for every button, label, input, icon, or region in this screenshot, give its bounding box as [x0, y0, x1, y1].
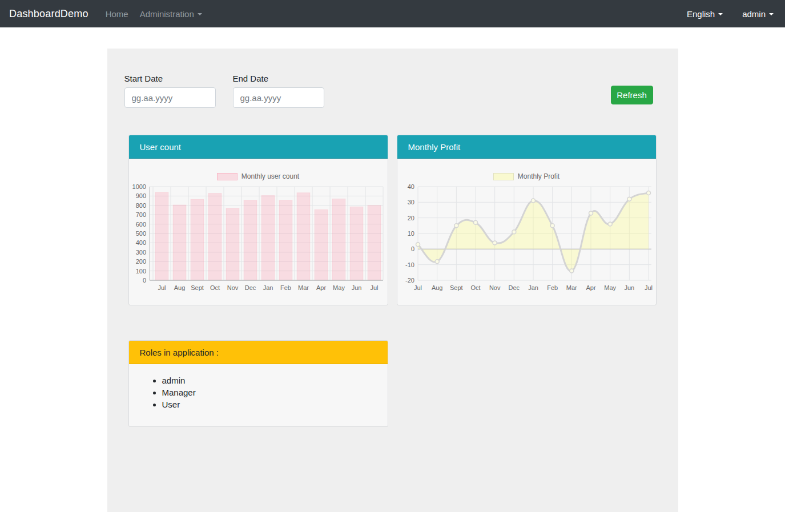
user-label: admin: [742, 9, 766, 19]
roles-panel-header: Roles in application :: [129, 341, 388, 364]
roles-panel: Roles in application : admin Manager Use…: [128, 340, 388, 427]
svg-text:200: 200: [135, 258, 146, 265]
end-date-input[interactable]: [233, 87, 324, 108]
svg-text:100: 100: [135, 268, 146, 275]
svg-text:500: 500: [135, 230, 146, 237]
svg-text:Jul: Jul: [370, 284, 378, 291]
svg-text:Jul: Jul: [644, 284, 652, 291]
svg-text:20: 20: [407, 215, 414, 221]
dashboard-container: Start Date End Date Refresh User count M…: [107, 49, 678, 512]
legend-swatch-pink: [217, 173, 237, 180]
svg-text:Mar: Mar: [298, 284, 309, 291]
app-brand[interactable]: DashboardDemo: [9, 8, 88, 20]
svg-text:Sept: Sept: [191, 284, 204, 291]
monthly-profit-chart-body: Monthly Profit -20-10010203040JulAugSept…: [397, 159, 656, 301]
end-date-label: End Date: [233, 74, 324, 83]
svg-text:0: 0: [142, 277, 146, 284]
chevron-down-icon: [198, 13, 202, 15]
svg-text:10: 10: [407, 230, 414, 237]
user-count-legend-label: Monthly user count: [241, 172, 299, 180]
svg-text:300: 300: [135, 249, 146, 256]
top-navbar: DashboardDemo Home Administration Englis…: [0, 0, 785, 27]
user-dropdown[interactable]: admin: [740, 5, 776, 23]
svg-text:Oct: Oct: [210, 284, 219, 291]
nav-item-administration[interactable]: Administration: [134, 5, 208, 23]
svg-text:Jun: Jun: [624, 284, 634, 291]
svg-text:Sept: Sept: [450, 284, 463, 291]
user-count-legend[interactable]: Monthly user count: [129, 172, 388, 180]
svg-text:Jun: Jun: [351, 284, 361, 291]
svg-text:400: 400: [135, 239, 146, 246]
svg-text:40: 40: [407, 184, 414, 190]
language-dropdown[interactable]: English: [685, 5, 725, 23]
svg-text:-10: -10: [405, 261, 414, 268]
end-date-group: End Date: [233, 74, 324, 108]
svg-text:Aug: Aug: [431, 284, 442, 291]
monthly-profit-panel-header: Monthly Profit: [397, 135, 656, 159]
refresh-button[interactable]: Refresh: [611, 86, 653, 104]
svg-text:Jul: Jul: [158, 284, 166, 291]
svg-text:Mar: Mar: [566, 284, 577, 291]
svg-text:800: 800: [135, 202, 146, 209]
svg-text:May: May: [333, 284, 345, 291]
svg-text:May: May: [604, 284, 616, 291]
svg-text:Apr: Apr: [316, 284, 325, 291]
chevron-down-icon: [769, 13, 774, 15]
svg-text:Feb: Feb: [280, 284, 291, 291]
monthly-profit-line-chart: -20-10010203040JulAugSeptOctNovDecJanFeb…: [397, 184, 656, 301]
svg-text:Dec: Dec: [244, 284, 256, 291]
monthly-profit-legend[interactable]: Monthly Profit: [397, 172, 656, 180]
nav-administration-label: Administration: [140, 9, 194, 19]
nav-home-label: Home: [106, 9, 128, 19]
svg-text:700: 700: [135, 211, 146, 218]
language-label: English: [687, 9, 715, 19]
svg-text:Jan: Jan: [528, 284, 538, 291]
nav-item-home[interactable]: Home: [100, 5, 134, 23]
svg-text:900: 900: [135, 192, 146, 199]
svg-text:-20: -20: [405, 277, 414, 284]
role-item: Manager: [162, 386, 388, 398]
svg-text:600: 600: [135, 221, 146, 228]
user-count-panel-header: User count: [129, 135, 388, 159]
user-count-chart-body: Monthly user count 010020030040050060070…: [129, 159, 388, 301]
svg-text:30: 30: [407, 199, 414, 205]
svg-text:Feb: Feb: [547, 284, 558, 291]
svg-text:Aug: Aug: [174, 284, 185, 291]
svg-text:Oct: Oct: [470, 284, 480, 291]
role-item: admin: [162, 374, 388, 386]
svg-text:0: 0: [410, 245, 414, 252]
legend-swatch-yellow: [493, 173, 514, 180]
svg-text:Nov: Nov: [489, 284, 500, 291]
role-item: User: [162, 398, 388, 410]
svg-text:Apr: Apr: [586, 284, 595, 291]
start-date-group: Start Date: [124, 74, 216, 108]
svg-text:Jan: Jan: [263, 284, 273, 291]
svg-text:1000: 1000: [132, 184, 146, 190]
roles-list: admin Manager User: [129, 364, 388, 410]
svg-text:Dec: Dec: [508, 284, 520, 291]
svg-text:Nov: Nov: [227, 284, 238, 291]
user-count-bar-chart: 01002003004005006007008009001000JulAugSe…: [129, 184, 388, 301]
main-nav: Home Administration: [100, 5, 208, 23]
start-date-label: Start Date: [124, 74, 216, 83]
chevron-down-icon: [718, 13, 723, 15]
start-date-input[interactable]: [124, 87, 216, 108]
svg-text:Jul: Jul: [413, 284, 421, 291]
user-count-panel: User count Monthly user count 0100200300…: [128, 135, 388, 305]
navbar-right: English admin: [685, 5, 776, 23]
monthly-profit-panel: Monthly Profit Monthly Profit -20-100102…: [397, 135, 657, 305]
monthly-profit-legend-label: Monthly Profit: [518, 172, 559, 180]
